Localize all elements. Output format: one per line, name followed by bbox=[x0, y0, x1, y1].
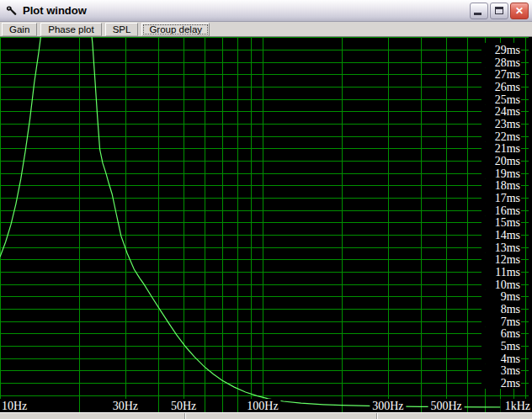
y-tick-label: 12ms bbox=[495, 253, 520, 266]
plot-window: Plot window ✕ Gain Phase plot SPL Group … bbox=[0, 0, 532, 419]
y-tick-label: 7ms bbox=[501, 316, 520, 328]
y-tick-label: 11ms bbox=[495, 266, 520, 278]
y-tick-label: 8ms bbox=[501, 303, 520, 316]
title-bar[interactable]: Plot window ✕ bbox=[0, 0, 532, 22]
y-tick-label: 24ms bbox=[495, 105, 520, 118]
status-bar bbox=[0, 412, 532, 419]
y-tick-label: 23ms bbox=[495, 118, 520, 130]
y-tick-label: 2ms bbox=[501, 377, 520, 390]
plot-area: 29ms28ms27ms26ms25ms24ms23ms22ms21ms20ms… bbox=[0, 37, 532, 412]
x-tick-label: 10Hz bbox=[2, 400, 27, 412]
x-tick-label: 30Hz bbox=[113, 400, 138, 412]
x-tick-label: 1kHz bbox=[505, 400, 530, 412]
y-tick-label: 19ms bbox=[495, 167, 520, 180]
tab-group-delay[interactable]: Group delay bbox=[141, 23, 210, 36]
plot-window-icon bbox=[5, 4, 19, 18]
y-tick-label: 4ms bbox=[501, 353, 520, 365]
y-tick-label: 26ms bbox=[495, 81, 520, 93]
status-panel bbox=[0, 413, 185, 419]
y-tick-label: 25ms bbox=[495, 93, 520, 106]
minimize-icon bbox=[474, 13, 481, 15]
status-panel bbox=[377, 413, 532, 419]
y-tick-label: 14ms bbox=[495, 229, 520, 241]
y-tick-label: 18ms bbox=[495, 179, 520, 192]
maximize-button[interactable] bbox=[490, 3, 508, 19]
y-tick-label: 28ms bbox=[495, 56, 520, 69]
tab-strip: Gain Phase plot SPL Group delay bbox=[0, 22, 532, 37]
maximize-icon bbox=[495, 7, 503, 14]
window-title: Plot window bbox=[23, 4, 468, 17]
y-tick-label: 9ms bbox=[501, 290, 520, 303]
y-tick-label: 17ms bbox=[495, 192, 520, 204]
y-tick-label: 27ms bbox=[495, 68, 520, 81]
y-tick-label: 13ms bbox=[495, 241, 520, 254]
status-panel bbox=[185, 413, 377, 419]
tab-spl[interactable]: SPL bbox=[105, 23, 139, 36]
y-tick-label: 5ms bbox=[501, 340, 520, 353]
y-tick-label: 6ms bbox=[501, 327, 520, 340]
x-tick-label: 100Hz bbox=[247, 400, 278, 412]
x-tick-label: 50Hz bbox=[171, 400, 196, 412]
tab-gain[interactable]: Gain bbox=[2, 23, 37, 36]
y-tick-label: 16ms bbox=[495, 204, 520, 217]
y-tick-label: 29ms bbox=[495, 44, 520, 56]
x-tick-label: 500Hz bbox=[430, 400, 461, 412]
y-tick-label: 21ms bbox=[495, 142, 520, 155]
y-tick-label: 10ms bbox=[495, 278, 520, 291]
group-delay-chart: 29ms28ms27ms26ms25ms24ms23ms22ms21ms20ms… bbox=[0, 37, 532, 412]
minimize-button[interactable] bbox=[470, 3, 488, 19]
y-tick-label: 3ms bbox=[501, 364, 520, 377]
close-button[interactable]: ✕ bbox=[510, 3, 529, 19]
y-tick-label: 15ms bbox=[495, 216, 520, 229]
tab-phase-plot[interactable]: Phase plot bbox=[40, 23, 101, 36]
y-tick-label: 22ms bbox=[495, 130, 520, 143]
y-tick-label: 20ms bbox=[495, 155, 520, 167]
x-tick-label: 300Hz bbox=[372, 400, 403, 412]
